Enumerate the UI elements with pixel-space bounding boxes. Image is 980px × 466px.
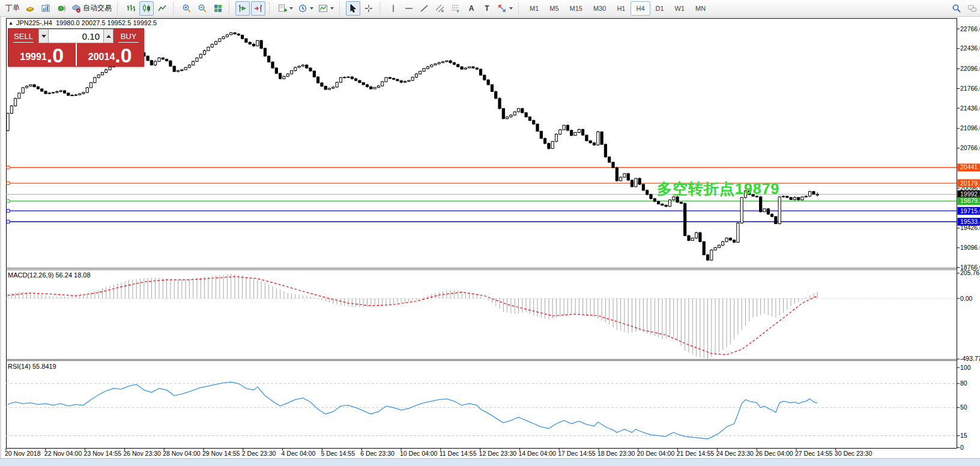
chevron-down-icon [330,7,334,10]
indicators-button[interactable] [316,1,336,16]
svg-text:28 Nov 04:00: 28 Nov 04:00 [163,450,201,457]
toolbar-right [949,1,980,16]
search-icon [952,4,961,13]
svg-text:80: 80 [960,380,967,387]
volume-input[interactable]: 0.10 [49,29,103,43]
timeframe-m15-button[interactable]: M15 [564,1,588,16]
rsi-label: RSI(14) 55.8419 [8,363,56,370]
horizontal-line-button[interactable] [402,1,416,16]
chart-shift-button[interactable] [235,1,250,16]
chart-collapse-icon[interactable]: ▲ [8,20,13,26]
svg-text:6 Dec 23:30: 6 Dec 23:30 [360,450,395,457]
timeframe-h1-button[interactable]: H1 [611,1,631,16]
new-chart-icon [277,4,287,13]
text-label-button-glyph: T [485,4,489,13]
data-window-icon-icon [41,4,50,13]
text-label-button[interactable]: T [480,1,494,16]
auto-scroll-button[interactable] [251,1,265,16]
mt4-window: 丁单自动交易EFATM1M5M15M30H1H4D1W1MN 22766.022… [0,0,980,466]
sell-price-main: 19991 [20,49,47,65]
sell-price[interactable]: 19991 .0 [8,43,77,66]
triangle-down-icon [41,35,46,38]
svg-text:21436.0: 21436.0 [960,104,980,112]
buy-price-main: 20014 [88,49,115,65]
trendline-button[interactable] [417,1,432,16]
price-pane[interactable]: 22766.022436.022096.021766.021436.021096… [5,18,980,457]
timeframe-m1-button[interactable]: M1 [524,1,544,16]
svg-text:E: E [441,9,444,13]
timeframe-d1-button[interactable]: D1 [650,1,670,16]
search-button[interactable] [949,1,964,16]
one-click-trading-panel: SELL 0.10 BUY 19991 .0 20014 .0 [8,28,144,67]
line-chart-button[interactable] [155,1,169,16]
bar-chart-button[interactable] [124,1,138,16]
chart-symbol: JPN225-,H4 [16,19,52,26]
chart-canvas[interactable]: 22766.022436.022096.021766.021436.021096… [1,17,980,458]
toolbar: 丁单自动交易EFATM1M5M15M30H1H4D1W1MN [0,0,980,17]
market-watch-icon[interactable] [23,1,37,16]
buy-price[interactable]: 20014 .0 [77,43,144,66]
chart-shift-icon [238,4,247,13]
periods-button[interactable] [296,1,315,16]
chat-button[interactable] [965,1,979,16]
text-button-glyph: A [469,4,474,13]
svg-text:19879.2: 19879.2 [960,197,980,204]
arrows-button[interactable] [495,1,515,16]
timeframe-m5-button[interactable]: M5 [544,1,564,16]
zoom-out-icon [198,4,207,13]
svg-text:15: 15 [960,432,967,439]
sound-alert-icon[interactable] [54,1,68,16]
buy-button[interactable]: BUY [113,29,144,43]
sell-button[interactable]: SELL [8,29,38,43]
timeframe-h4-button[interactable]: H4 [631,1,650,16]
svg-text:14 Dec 04:00: 14 Dec 04:00 [518,450,556,457]
volume-increase-button[interactable] [103,29,113,43]
svg-text:4 Dec 04:00: 4 Dec 04:00 [282,450,316,457]
svg-text:19533.4: 19533.4 [960,218,980,225]
zoom-out-button[interactable] [195,1,210,16]
vertical-line-icon [389,4,398,13]
svg-text:20 Nov 2018: 20 Nov 2018 [5,450,41,457]
fibonacci-button[interactable]: F [449,1,463,16]
timeframe-w1-button[interactable]: W1 [670,1,691,16]
new-order-button[interactable]: 丁单 [2,1,22,16]
svg-text:12 Dec 23:30: 12 Dec 23:30 [479,450,517,457]
text-button[interactable]: A [464,1,479,16]
svg-text:23 Nov 14:55: 23 Nov 14:55 [84,450,122,457]
toolbar-separator [269,2,273,14]
autotrade-button[interactable]: 自动交易 [70,1,113,16]
cursor-icon [348,4,358,13]
svg-text:27 Dec 14:55: 27 Dec 14:55 [795,450,833,457]
svg-text:21766.0: 21766.0 [960,85,980,92]
status-strip [0,458,980,466]
chart-window[interactable]: 22766.022436.022096.021766.021436.021096… [0,17,980,458]
volume-decrease-button[interactable] [38,29,49,43]
timeframe-m30-button[interactable]: M30 [588,1,611,16]
svg-text:0: 0 [960,444,964,451]
periods-icon [298,4,307,13]
svg-text:-493.77: -493.77 [960,355,980,362]
chevron-down-icon [310,7,313,10]
zoom-in-icon [182,4,192,13]
new-chart-button[interactable] [276,1,295,16]
svg-text:0.00: 0.00 [960,295,973,302]
crosshair-button[interactable] [361,1,376,16]
toolbar-separator [518,2,522,14]
vertical-line-button[interactable] [386,1,401,16]
timeframe-mn-button[interactable]: MN [690,1,711,16]
sound-alert-icon-icon [56,4,66,13]
svg-text:21 Dec 14:55: 21 Dec 14:55 [677,450,715,457]
data-window-icon[interactable] [38,1,53,16]
equidistant-channel-button[interactable]: E [433,1,447,16]
svg-text:2 Dec 23:30: 2 Dec 23:30 [242,450,276,457]
svg-text:29 Nov 14:55: 29 Nov 14:55 [202,450,240,457]
toolbar-separator [117,2,121,14]
tile-windows-button[interactable] [211,1,225,16]
chart-ohlc-values: 19980.0 20027.5 19952.5 19992.5 [56,19,157,26]
cursor-button[interactable] [346,1,360,16]
svg-text:26 Dec 04:00: 26 Dec 04:00 [755,450,793,457]
zoom-in-button[interactable] [180,1,194,16]
line-chart-icon [157,4,167,13]
chat-icon [967,4,977,13]
candlestick-chart-button[interactable] [139,1,154,16]
